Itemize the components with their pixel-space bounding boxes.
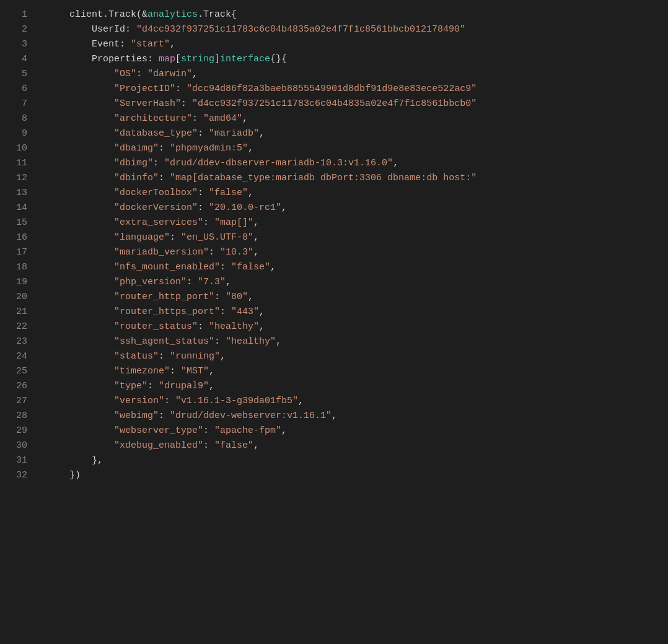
code-token: Properties: [47, 54, 159, 64]
code-line: UserId: "d4cc932f937251c11783c6c04b4835a… [37, 22, 668, 37]
line-number: 8 [0, 111, 37, 126]
code-token: "dockerVersion" [114, 202, 198, 213]
code-token: "v1.16.1-3-g39da01fb5" [175, 396, 298, 406]
code-token: "timezone" [114, 366, 170, 376]
code-token: , [276, 336, 281, 347]
code-line: "dbaimg": "phpmyadmin:5", [37, 141, 668, 156]
code-token: : [198, 321, 209, 332]
code-token: "language" [114, 232, 170, 243]
code-token: "dbimg" [114, 158, 153, 168]
code-token: , [170, 39, 175, 50]
code-line: "timezone": "MST", [37, 364, 668, 379]
code-content[interactable]: client.Track(&analytics.Track{ UserId: "… [37, 0, 668, 644]
code-token: : [198, 188, 209, 198]
code-token [47, 277, 114, 287]
code-token: : [159, 143, 170, 154]
code-token: : [209, 247, 220, 258]
code-token: "database_type" [114, 128, 198, 139]
code-line: "ssh_agent_status": "healthy", [37, 334, 668, 349]
code-token: , [253, 247, 259, 258]
code-token [47, 84, 114, 94]
code-token: , [248, 292, 253, 302]
code-token: , [248, 143, 253, 154]
code-token: : [220, 262, 231, 272]
code-token: , [253, 440, 259, 451]
line-number: 2 [0, 22, 37, 37]
code-token: , [209, 381, 214, 391]
code-token: , [259, 321, 265, 332]
line-number: 15 [0, 215, 37, 230]
code-token: : [203, 217, 214, 228]
line-number: 14 [0, 201, 37, 215]
line-number: 21 [0, 305, 37, 320]
code-token [47, 440, 114, 451]
code-token: "20.10.0-rc1" [209, 202, 281, 213]
code-line: "ProjectID": "dcc94d86f82a3baeb885554990… [37, 82, 668, 97]
code-token: "drud/ddev-webserver:v1.16.1" [170, 411, 332, 421]
line-number: 18 [0, 260, 37, 275]
code-token: "7.3" [198, 277, 226, 287]
code-token: , [226, 277, 231, 287]
line-number: 4 [0, 52, 37, 67]
code-token: UserId: [47, 24, 136, 35]
code-line: "status": "running", [37, 349, 668, 364]
code-token: "drupal9" [159, 381, 209, 391]
code-token: , [253, 232, 259, 243]
code-line: "dockerVersion": "20.10.0-rc1", [37, 201, 668, 215]
code-token: , [332, 411, 337, 421]
code-token: : [159, 351, 170, 362]
line-number: 16 [0, 230, 37, 245]
code-line: "mariadb_version": "10.3", [37, 245, 668, 260]
code-line: "dbinfo": "map[database_type:mariadb dbP… [37, 171, 668, 186]
code-line: "webimg": "drud/ddev-webserver:v1.16.1", [37, 409, 668, 424]
line-number: 25 [0, 364, 37, 379]
code-token [47, 425, 114, 436]
code-viewer: 1234567891011121314151617181920212223242… [0, 0, 668, 644]
line-number: 13 [0, 186, 37, 201]
code-token: "10.3" [220, 247, 253, 258]
code-token [47, 158, 114, 168]
code-token: "ssh_agent_status" [114, 336, 214, 347]
code-line: "architecture": "amd64", [37, 111, 668, 126]
code-token: : [181, 98, 192, 109]
line-number: 9 [0, 126, 37, 141]
code-line: "dockerToolbox": "false", [37, 186, 668, 201]
code-token: "dockerToolbox" [114, 188, 198, 198]
code-token: "mariadb" [209, 128, 259, 139]
line-number: 6 [0, 82, 37, 97]
line-number: 12 [0, 171, 37, 186]
code-token: "dcc94d86f82a3baeb8855549901d8dbf91d9e8e… [187, 84, 477, 94]
code-token [47, 217, 114, 228]
code-token [47, 247, 114, 258]
code-token: "webserver_type" [114, 425, 203, 436]
code-token: "false" [214, 440, 253, 451]
code-token: "OS" [114, 69, 136, 79]
code-token: "router_http_port" [114, 292, 214, 302]
code-token: analytics [147, 9, 198, 20]
code-token: "map[]" [214, 217, 253, 228]
code-token: "dbinfo" [114, 173, 159, 183]
code-token: : [198, 128, 209, 139]
code-line: "database_type": "mariadb", [37, 126, 668, 141]
code-token: "router_https_port" [114, 307, 220, 317]
code-token: "map[database_type:mariadb dbPort:3306 d… [170, 173, 477, 183]
code-token: : [214, 336, 226, 347]
code-token: : [170, 232, 181, 243]
code-token: "MST" [181, 366, 209, 376]
line-number: 7 [0, 97, 37, 111]
code-token [47, 143, 114, 154]
code-token: "healthy" [226, 336, 276, 347]
code-token: "d4cc932f937251c11783c6c04b4835a02e4f7f1… [136, 24, 465, 35]
code-token: , [248, 188, 253, 198]
code-token: map [159, 54, 175, 64]
code-token: , [393, 158, 398, 168]
code-line: "extra_services": "map[]", [37, 215, 668, 230]
code-token: "router_status" [114, 321, 198, 332]
code-token: : [187, 277, 198, 287]
code-token: : [203, 425, 214, 436]
code-token: }) [47, 470, 81, 481]
code-line: }) [37, 468, 668, 483]
code-token: , [259, 307, 265, 317]
code-token: "version" [114, 396, 164, 406]
code-token: ] [214, 54, 220, 64]
